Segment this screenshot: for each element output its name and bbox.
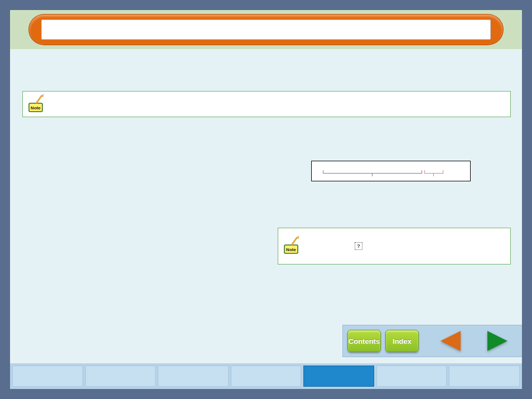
svg-line-4 <box>292 237 297 245</box>
prev-button[interactable] <box>436 330 466 352</box>
arrow-left-icon <box>441 331 461 351</box>
tab-4[interactable] <box>231 366 302 387</box>
svg-line-1 <box>36 95 42 103</box>
svg-marker-5 <box>297 236 299 239</box>
nav-panel: Contents Index <box>342 325 522 357</box>
bottom-tabs <box>10 363 522 389</box>
bracket-left-tick <box>372 174 373 176</box>
title-bar <box>29 15 503 45</box>
note-icon-label: Note <box>31 105 41 110</box>
note-box-1: Note <box>22 91 511 117</box>
tab-3[interactable] <box>158 366 229 387</box>
tab-7[interactable] <box>449 366 520 387</box>
note-icon: Note <box>284 235 303 255</box>
note-box-2: Note <box>278 228 511 265</box>
title-text <box>41 20 491 40</box>
tab-1[interactable] <box>12 366 83 387</box>
note-icon: Note <box>28 93 47 113</box>
example-frame <box>311 161 471 181</box>
bracket-right-tick <box>433 174 434 176</box>
bracket-right <box>424 170 443 174</box>
tab-6[interactable] <box>376 366 447 387</box>
header-band <box>10 10 522 49</box>
bracket-left <box>323 170 422 174</box>
note-icon-label: Note <box>286 247 296 252</box>
tab-5[interactable] <box>303 366 374 387</box>
page: Note Note <box>10 10 522 389</box>
example-brackets <box>323 170 460 175</box>
next-button[interactable] <box>482 330 512 352</box>
contents-button[interactable]: Contents <box>347 330 381 352</box>
index-button[interactable]: Index <box>385 330 419 352</box>
svg-marker-2 <box>42 94 43 97</box>
help-marker[interactable]: ? <box>355 242 362 250</box>
content-area: Note Note <box>10 49 522 362</box>
tab-2[interactable] <box>85 366 156 387</box>
arrow-right-icon <box>487 331 507 351</box>
